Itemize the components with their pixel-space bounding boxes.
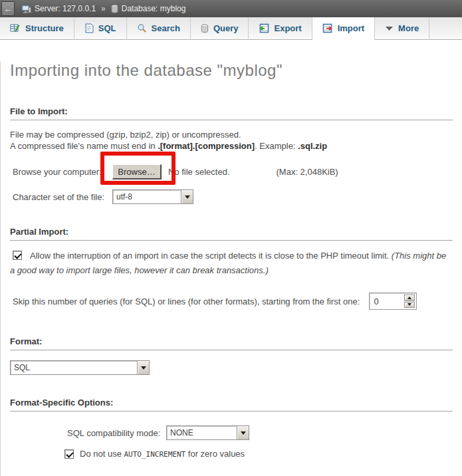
skip-queries-value: 0 [370, 293, 403, 309]
breadcrumb: Server: 127.0.0.1 » Database: myblog [21, 4, 185, 13]
tab-more[interactable]: More [375, 17, 429, 40]
section-heading-format: Format: [10, 336, 453, 350]
browse-row: Browse your computer: Browse… No file se… [13, 164, 453, 179]
tab-search[interactable]: Search [127, 17, 191, 40]
format-select[interactable]: SQL [10, 360, 150, 375]
page-title: Importing into the database "myblog" [10, 61, 453, 80]
skip-queries-input[interactable]: 0 [369, 293, 417, 310]
spinner-down-icon[interactable] [404, 302, 415, 308]
allow-interruption-checkbox[interactable] [13, 251, 22, 260]
browse-button[interactable]: Browse… [112, 164, 162, 179]
tab-bar-filler [429, 17, 462, 40]
breadcrumb-bar: ← Server: 127.0.0.1 » Database: myblog [0, 0, 462, 17]
format-selected-value: SQL [11, 361, 137, 374]
dropdown-arrow-icon[interactable] [237, 426, 249, 439]
breadcrumb-server[interactable]: Server: 127.0.0.1 [35, 4, 96, 13]
tab-query[interactable]: Query [191, 17, 249, 40]
allow-interruption-text: Allow the interruption of an import in c… [30, 251, 392, 261]
zero-values-row: Do not use AUTO_INCREMENT for zero value… [64, 449, 453, 459]
export-icon [259, 23, 269, 33]
tab-label: Search [152, 23, 180, 33]
example-extension: .sql.zip [298, 141, 327, 151]
breadcrumb-separator: » [101, 4, 106, 13]
browse-button-wrap: Browse… [112, 164, 162, 179]
breadcrumb-database[interactable]: Database: myblog [122, 4, 186, 13]
tab-export[interactable]: Export [249, 17, 312, 40]
compression-line2: A compressed file's name must end in .[f… [10, 140, 453, 152]
tab-label: More [398, 23, 419, 33]
spinner-buttons [403, 293, 416, 309]
query-icon [201, 24, 209, 33]
structure-icon [10, 23, 21, 33]
zero-values-text: Do not use AUTO_INCREMENT for zero value… [80, 449, 245, 459]
sql-compat-selected-value: NONE [167, 426, 237, 439]
database-icon [111, 5, 118, 13]
max-upload-size: (Max: 2,048KiB) [277, 167, 338, 177]
sql-icon [84, 23, 94, 33]
search-icon [137, 23, 147, 33]
back-arrow-icon: ← [4, 5, 13, 13]
skip-queries-label: Skip this number of queries (for SQL) or… [13, 297, 360, 306]
tab-label: Query [213, 23, 239, 33]
charset-selected-value: utf-8 [113, 190, 181, 203]
format-pattern: .[format].[compression] [158, 141, 255, 151]
charset-row: Character set of the file: utf-8 [13, 189, 453, 204]
skip-queries-row: Skip this number of queries (for SQL) or… [13, 293, 453, 310]
format-row: SQL [10, 360, 453, 375]
back-button[interactable]: ← [1, 1, 15, 16]
no-file-selected-text: No file selected. [168, 167, 230, 177]
tab-structure[interactable]: Structure [0, 17, 74, 40]
browse-label: Browse your computer: [13, 167, 112, 177]
import-icon [322, 23, 333, 33]
allow-interruption-row: Allow the interruption of an import in c… [10, 249, 453, 278]
tab-bar: Structure SQL Search Query Export Import [0, 17, 462, 40]
section-heading-partial-import: Partial Import: [10, 227, 453, 241]
dropdown-arrow-icon[interactable] [137, 361, 149, 374]
spinner-up-icon[interactable] [404, 295, 415, 301]
charset-select[interactable]: utf-8 [112, 189, 193, 204]
format-specific-block: SQL compatibility mode: NONE Do not use … [64, 425, 453, 459]
chevron-down-icon [385, 26, 394, 31]
tab-sql[interactable]: SQL [74, 17, 127, 40]
auto-increment-code: AUTO_INCREMENT [124, 450, 186, 459]
import-page: Importing into the database "myblog" Fil… [0, 61, 462, 476]
tab-label: Structure [25, 23, 64, 33]
section-heading-file-to-import: File to Import: [10, 106, 453, 120]
charset-label: Character set of the file: [13, 192, 112, 202]
compression-line1: File may be compressed (gzip, bzip2, zip… [10, 129, 453, 140]
compression-note: File may be compressed (gzip, bzip2, zip… [10, 129, 453, 152]
sql-compat-select[interactable]: NONE [166, 425, 249, 440]
zero-values-checkbox[interactable] [64, 449, 74, 459]
server-icon [21, 5, 31, 13]
tab-label: Export [274, 23, 301, 33]
tab-label: SQL [98, 23, 116, 33]
sql-compat-label: SQL compatibility mode: [67, 428, 166, 438]
dropdown-arrow-icon[interactable] [181, 190, 193, 203]
tab-label: Import [338, 23, 364, 33]
sql-compat-row: SQL compatibility mode: NONE [67, 425, 453, 440]
section-heading-format-specific: Format-Specific Options: [10, 398, 453, 412]
tab-import[interactable]: Import [312, 17, 375, 40]
